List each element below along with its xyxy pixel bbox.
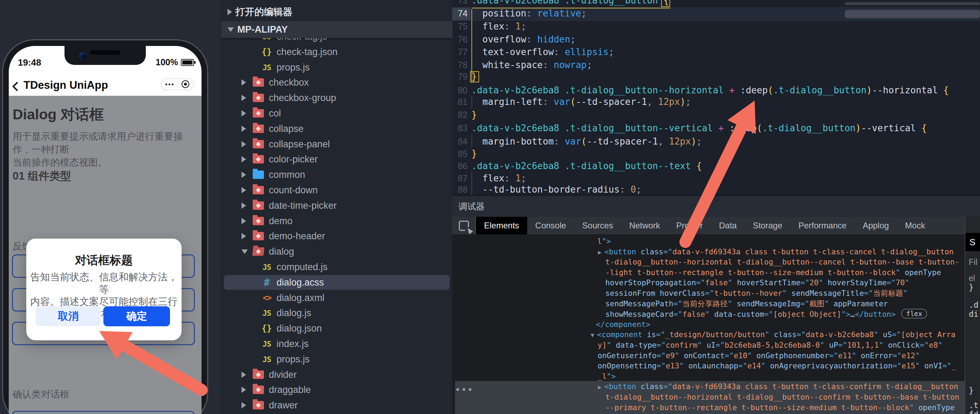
code-line-82[interactable]: } [471,109,477,120]
tree-item-label: common [269,169,305,180]
dom-line[interactable]: t-dialog__button--horizontal t-dialog__b… [605,392,959,403]
dom-line[interactable]: ▶<button class="data-v-fd69343a class t-… [598,381,958,392]
code-line-86[interactable]: .data-v-b2c6eba8 .t-dialog__button--text… [471,161,702,171]
tab-elements[interactable]: Elements [476,217,527,234]
phone-notch [65,46,146,65]
battery-icon [181,59,194,66]
tree-item-count-down[interactable]: count-down [224,183,450,198]
more-icon[interactable] [162,83,177,85]
tree-item-index.js[interactable]: JSindex.js [224,336,450,351]
expand-arrow-icon[interactable]: ▶ [598,249,601,256]
code-line-74[interactable]: position: relative; [471,8,587,19]
styles-fragment: } [969,283,974,292]
tab-sources[interactable]: Sources [574,217,621,234]
tree-item-drawer[interactable]: drawer [224,398,450,412]
tree-item-divider[interactable]: divider [224,367,450,382]
tree-item-date-time-picker[interactable]: date-time-picker [224,198,450,213]
dom-line[interactable]: ▶<button class="data-v-fd69343a class t-… [598,247,954,257]
tab-console[interactable]: Console [527,217,574,234]
miniprogram-capsule[interactable] [161,78,194,90]
tree-item-props.js[interactable]: JSprops.js [224,60,450,75]
confirm-with-title-button[interactable]: 确认类-带标题 [12,411,195,414]
dialog-cancel-button[interactable]: 取消 [35,306,101,326]
tab-network[interactable]: Network [621,217,668,234]
tab-applog[interactable]: Applog [854,217,897,234]
tree-item-dialog.js[interactable]: JSdialog.js [224,305,450,320]
code-line-88[interactable]: --td-button-border-radius: 0; [471,184,641,195]
dom-line[interactable]: y]" data-type="confirm" uI="b2c6eba8-5,b… [598,340,942,350]
phone-simulator: 19:48 100% TDesign UniApp Dialog 对话框 用 [2,39,208,414]
code-line-75[interactable]: flex: 1; [471,21,527,32]
acss-file-icon: # [264,277,270,288]
tree-item-props.js[interactable]: JSprops.js [224,352,450,367]
line-number: 86 [452,161,468,171]
tree-item-color-picker[interactable]: color-picker [224,152,450,167]
tree-item-dialog.json[interactable]: {}dialog.json [224,321,450,336]
dom-line[interactable]: onGetuserinfo="e9" onContact="e10" onGet… [598,350,920,361]
tree-item-dialog.acss[interactable]: #dialog.acss [224,275,450,290]
editor-scrollbar-track[interactable] [845,2,980,5]
styles-fragment: .d [969,301,978,309]
tree-item-checkbox-group[interactable]: checkbox-group [224,91,450,105]
code-line-83[interactable]: .data-v-b2c6eba8 .t-dialog__button--vert… [471,123,927,133]
styles-fragment: .t [969,401,978,410]
tree-item-checkbox[interactable]: checkbox [224,75,450,90]
dom-line[interactable]: ▼<component is="_tdesign/button/button" … [590,329,956,340]
tab-data[interactable]: Data [711,217,745,234]
dom-line[interactable]: sendMessagePath="当前分享路径" sendMessageImg=… [605,299,888,309]
tree-item-demo-header[interactable]: demo-header [224,229,450,243]
code-line-76[interactable]: overflow: hidden; [471,34,576,45]
dom-line[interactable]: hoverStopPropagation="false" hoverStartT… [605,278,909,288]
expand-arrow-icon[interactable]: ▼ [590,332,594,339]
tab-profiler[interactable]: Profiler [668,217,711,234]
devtools-tab-bar: ElementsConsoleSourcesNetworkProfilerDat… [452,217,980,234]
dom-overflow-ellipsis[interactable]: ••• [455,385,474,395]
tree-item-label: checkbox [269,77,309,88]
dom-line[interactable]: _l"> [598,371,616,382]
tab-performance[interactable]: Performance [791,217,854,234]
tree-item-col[interactable]: col [224,106,450,121]
tree-item-check-tag.json[interactable]: {}check-tag.json [224,45,450,59]
back-icon[interactable] [12,82,22,91]
tree-item-collapse[interactable]: collapse [224,121,450,136]
code-line-73[interactable]: .data-v-b2c6eba8 .t-dialog__button { [471,0,669,6]
expand-arrow-icon[interactable]: ▶ [598,384,601,390]
code-line-77[interactable]: text-overflow: ellipsis; [471,47,614,57]
code-line-85[interactable]: } [471,149,477,159]
code-line-78[interactable]: white-space: nowrap; [471,60,592,70]
dom-line[interactable]: sessionFrom hoverClass="t-button--hover"… [605,288,908,299]
code-line-87[interactable]: flex: 1; [471,173,527,184]
dom-line[interactable]: l"> [597,236,611,247]
code-line-81[interactable]: margin-left: var(--td-spacer-1, 12px); [471,96,691,107]
tree-item-dialog.axml[interactable]: <>dialog.axml [224,291,450,305]
dom-line[interactable]: --primary t-button--rectangle t-button--… [605,403,955,413]
layout-badge[interactable]: flex [901,309,927,318]
dom-line[interactable]: -light t-button--rectangle t-button--siz… [605,267,941,278]
inspect-element-icon[interactable] [452,217,476,234]
tree-item-computed.js[interactable]: JScomputed.js [224,260,450,274]
code-line-84[interactable]: margin-bottom: var(--td-spacer-1, 12px); [471,136,702,147]
debugger-header: 调试器 [452,196,980,217]
open-editors-header[interactable]: 打开的编辑器 [221,3,452,20]
tree-item-collapse-panel[interactable]: collapse-panel [224,137,450,152]
dialog-confirm-button[interactable]: 确定 [103,306,170,326]
tree-item-label: demo [269,216,293,227]
dom-line[interactable]: t-dialog__button--horizontal t-dialog__b… [605,257,959,267]
dom-line[interactable]: </component> [596,319,650,330]
close-record-icon[interactable] [178,80,193,88]
tree-item-dialog[interactable]: dialog [224,244,450,259]
tree-item-common[interactable]: common [224,167,450,182]
code-editor[interactable]: 73.data-v-b2c6eba8 .t-dialog__button {74… [452,0,980,196]
tree-item-demo[interactable]: demo [224,214,450,229]
code-line-80[interactable]: .data-v-b2c6eba8 .t-dialog__button--hori… [471,85,949,96]
indent-guide [471,96,472,109]
editor-scrollbar-thumb[interactable] [845,10,980,18]
project-header[interactable]: MP-ALIPAY [221,21,452,38]
dom-line[interactable]: onOpensetting="e13" onLaunchapp="e14" on… [598,361,956,371]
dom-line[interactable]: showMessageCard="false" data-custom="[ob… [605,309,927,319]
tree-item-draggable[interactable]: draggable [224,382,450,397]
tab-storage[interactable]: Storage [745,217,791,234]
line-number: 85 [452,149,468,159]
tab-mock[interactable]: Mock [897,217,933,234]
camera-icon [79,52,87,60]
